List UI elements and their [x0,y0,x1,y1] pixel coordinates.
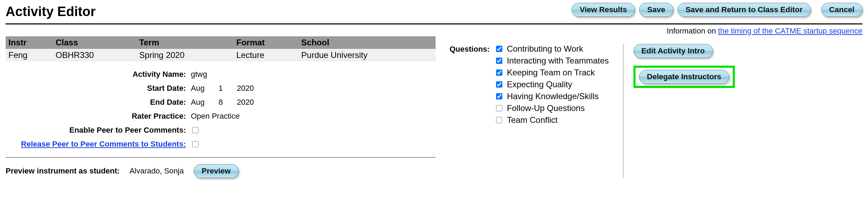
question-checkbox[interactable] [496,93,502,99]
questions-label: Questions: [450,44,490,178]
question-item: Keeping Team on Track [495,68,609,77]
col-format: Format [234,36,299,49]
start-month: Aug [191,84,205,93]
end-month: Aug [191,98,205,107]
question-item: Interacting with Teammates [495,56,609,66]
start-date-label: Start Date: [6,84,191,93]
question-label: Contributing to Work [507,44,583,54]
question-item: Expecting Quality [495,80,609,89]
info-link[interactable]: the timing of the CATME startup sequence [718,27,862,35]
col-class: Class [53,36,136,49]
question-checkbox[interactable] [496,105,502,111]
cell-instr: Feng [6,49,53,61]
rater-practice-value: Open Practice [191,112,239,121]
delegate-instructors-button[interactable]: Delegate Instructors [639,70,730,84]
question-label: Expecting Quality [507,80,572,89]
activity-name-value: gtwg [191,70,207,79]
enable-p2p-checkbox[interactable] [192,127,199,133]
col-school: School [299,36,436,49]
question-label: Interacting with Teammates [507,56,609,66]
question-item: Contributing to Work [495,44,609,54]
question-item: Team Conflict [495,115,609,124]
activity-details: Activity Name: gtwg Start Date: Aug 1 20… [6,70,436,158]
questions-list: Contributing to Work Interacting with Te… [495,44,609,124]
question-checkbox[interactable] [496,117,502,123]
end-year: 2020 [237,98,254,107]
preview-button[interactable]: Preview [194,164,239,178]
end-day: 8 [218,98,223,107]
cancel-button[interactable]: Cancel [821,3,862,17]
class-info-table: Instr Class Term Format School Feng OBHR… [6,36,436,61]
rater-practice-label: Rater Practice: [6,112,191,121]
cell-class: OBHR330 [53,49,136,61]
info-prefix: Information on [667,27,718,35]
col-instr: Instr [6,36,53,49]
col-term: Term [136,36,234,49]
cell-term: Spring 2020 [136,49,234,61]
release-p2p-link[interactable]: Release Peer to Peer Comments to Student… [21,140,186,148]
questions-block: Questions: Contributing to Work Interact… [450,44,609,178]
table-row: Feng OBHR330 Spring 2020 Lecture Purdue … [6,49,436,61]
preview-label: Preview instrument as student: [6,166,120,176]
top-button-bar: View Results Save Save and Return to Cla… [572,3,862,17]
question-item: Follow-Up Questions [495,103,609,113]
question-item: Having Knowledge/Skills [495,91,609,101]
save-return-button[interactable]: Save and Return to Class Editor [677,3,811,17]
page-title: Activity Editor [6,3,96,21]
start-date-value: Aug 1 2020 [191,84,254,93]
question-checkbox[interactable] [496,46,502,52]
preview-student-name: Alvarado, Sonja [129,166,184,176]
start-day: 1 [218,84,223,93]
end-date-value: Aug 8 2020 [191,98,254,107]
start-year: 2020 [237,84,254,93]
question-checkbox[interactable] [496,81,502,88]
question-label: Having Knowledge/Skills [507,91,599,101]
activity-name-label: Activity Name: [6,70,191,79]
side-buttons: Edit Activity Intro Delegate Instructors [623,44,735,178]
question-label: Team Conflict [507,115,558,124]
info-line: Information on the timing of the CATME s… [6,27,862,36]
question-checkbox[interactable] [496,58,502,64]
cell-school: Purdue University [299,49,436,61]
release-p2p-checkbox[interactable] [192,141,199,147]
cell-format: Lecture [234,49,299,61]
view-results-button[interactable]: View Results [572,3,635,17]
question-label: Follow-Up Questions [507,103,585,113]
preview-row: Preview instrument as student: Alvarado,… [6,164,436,178]
delegate-highlight: Delegate Instructors [633,66,735,88]
edit-activity-intro-button[interactable]: Edit Activity Intro [633,44,713,58]
save-button[interactable]: Save [639,3,673,17]
enable-p2p-label: Enable Peer to Peer Comments: [6,126,191,135]
question-checkbox[interactable] [496,69,502,76]
question-label: Keeping Team on Track [507,68,595,77]
end-date-label: End Date: [6,98,191,107]
